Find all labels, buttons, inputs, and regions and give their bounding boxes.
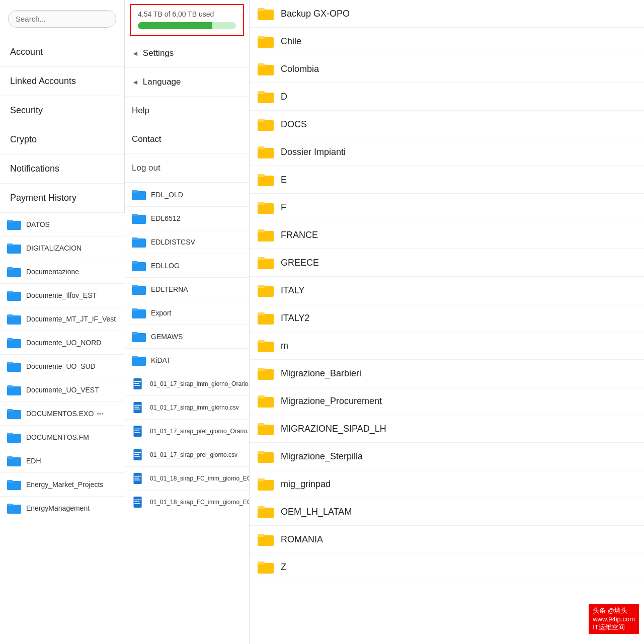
svg-rect-91 xyxy=(258,340,265,343)
list-item[interactable]: E xyxy=(250,166,644,194)
list-item[interactable]: Colombia xyxy=(250,55,644,83)
svg-rect-74 xyxy=(258,120,274,131)
list-item[interactable]: F xyxy=(250,194,644,221)
list-item[interactable]: EDLDISTCSV xyxy=(125,230,249,254)
settings-menu-item-language[interactable]: ◄ Language xyxy=(125,68,249,97)
list-item[interactable]: ROMANIA xyxy=(250,526,644,553)
list-item[interactable]: Export xyxy=(125,301,249,325)
list-item[interactable]: Z xyxy=(250,553,644,581)
list-item[interactable]: MIGRAZIONE_SIPAD_LH xyxy=(250,415,644,443)
list-item[interactable]: EnergyManagement xyxy=(0,497,125,520)
search-input[interactable] xyxy=(8,10,116,28)
svg-rect-73 xyxy=(258,91,265,94)
folder-icon xyxy=(258,284,274,297)
settings-menu-item-help[interactable]: Help xyxy=(125,97,249,125)
svg-rect-23 xyxy=(7,480,13,482)
storage-text: 4.54 TB of 6,00 TB used xyxy=(138,10,236,18)
svg-rect-86 xyxy=(258,286,274,297)
settings-menu-item-settings[interactable]: ◄ Settings xyxy=(125,39,249,68)
svg-rect-5 xyxy=(7,267,13,270)
list-item[interactable]: m xyxy=(250,332,644,360)
svg-rect-99 xyxy=(258,451,265,454)
sidebar-item-notifications[interactable]: Notifications xyxy=(0,154,124,184)
folder-icon xyxy=(258,7,274,20)
svg-rect-102 xyxy=(258,508,274,518)
list-item[interactable]: EDH xyxy=(0,449,125,473)
list-item[interactable]: Documente_UO_NORD xyxy=(0,331,125,355)
folder-icon xyxy=(258,450,274,463)
list-item[interactable]: Backup GX-OPO xyxy=(250,0,644,28)
list-item[interactable]: 01_01_17_sirap_imm_giorno.csv xyxy=(125,396,249,420)
list-item[interactable]: OEM_LH_LATAM xyxy=(250,498,644,526)
folder-icon xyxy=(132,284,146,295)
list-item[interactable]: Documente_UO_SUD xyxy=(0,355,125,378)
svg-rect-64 xyxy=(134,502,139,502)
list-item[interactable]: Migrazione_Sterpilla xyxy=(250,443,644,470)
list-item[interactable]: 01_01_17_sirap_imm_giorno_Orario.csv xyxy=(125,372,249,396)
list-item[interactable]: DOCS xyxy=(250,111,644,138)
more-options-icon[interactable]: ••• xyxy=(97,410,104,418)
list-item[interactable]: Documentazione xyxy=(0,260,125,284)
folder-icon xyxy=(258,339,274,352)
list-item[interactable]: Documente_UO_VEST xyxy=(0,378,125,402)
list-item[interactable]: FRANCE xyxy=(250,221,644,249)
svg-rect-56 xyxy=(134,454,139,455)
list-item[interactable]: 01_01_17_sirap_prel_giorno_Orario.csv xyxy=(125,420,249,443)
storage-info-box: 4.54 TB of 6,00 TB used xyxy=(130,4,244,36)
list-item[interactable]: KiDAT xyxy=(125,349,249,372)
svg-rect-97 xyxy=(258,423,265,426)
list-item[interactable]: 01_01_17_sirap_prel_giorno.csv xyxy=(125,443,249,467)
list-item[interactable]: DOCUMENTOS.EXO ••• xyxy=(0,402,125,426)
sidebar-item-linked-accounts[interactable]: Linked Accounts xyxy=(0,67,124,96)
folder-icon xyxy=(7,455,21,466)
svg-rect-21 xyxy=(7,456,13,459)
svg-rect-65 xyxy=(134,503,140,504)
list-item[interactable]: DOCUMENTOS.FM xyxy=(0,426,125,449)
folder-icon xyxy=(132,260,146,271)
folder-icon xyxy=(258,145,274,158)
sidebar-item-crypto[interactable]: Crypto xyxy=(0,125,124,154)
folder-icon xyxy=(258,201,274,214)
list-item[interactable]: ITALY xyxy=(250,277,644,304)
folder-icon xyxy=(258,505,274,518)
list-item[interactable]: Documente_Ilfov_EST xyxy=(0,284,125,307)
svg-rect-7 xyxy=(7,291,13,293)
sidebar-item-payment-history[interactable]: Payment History xyxy=(0,184,124,213)
list-item[interactable]: Migrazione_Barbieri xyxy=(250,360,644,387)
list-item[interactable]: EDL_OLD xyxy=(125,183,249,207)
folder-icon xyxy=(132,213,146,224)
list-item[interactable]: 01_01_18_sirap_FC_imm_giorno_EGP.csv xyxy=(125,491,249,514)
sidebar-item-account[interactable]: Account xyxy=(0,38,124,67)
list-item[interactable]: Chile xyxy=(250,28,644,55)
list-item[interactable]: GREECE xyxy=(250,249,644,277)
folder-icon xyxy=(258,560,274,574)
list-item[interactable]: DIGITALIZACION xyxy=(0,236,125,260)
list-item[interactable]: Energy_Market_Projects xyxy=(0,473,125,497)
folder-icon xyxy=(258,367,274,380)
list-item[interactable]: mig_grinpad xyxy=(250,470,644,498)
sidebar-item-security[interactable]: Security xyxy=(0,96,124,125)
list-item[interactable]: Migrazione_Procurement xyxy=(250,387,644,415)
svg-rect-61 xyxy=(134,479,140,480)
list-item[interactable]: GEMAWS xyxy=(125,325,249,349)
svg-rect-78 xyxy=(258,176,274,186)
list-item[interactable]: Dossier Impianti xyxy=(250,138,644,166)
settings-menu-item-logout[interactable]: Log out xyxy=(125,154,249,183)
folder-icon xyxy=(258,394,274,408)
list-item[interactable]: EDLTERNA xyxy=(125,278,249,301)
folder-icon xyxy=(7,384,21,395)
settings-menu-item-contact[interactable]: Contact xyxy=(125,125,249,154)
folder-icon xyxy=(258,477,274,491)
svg-rect-60 xyxy=(134,478,139,478)
list-item[interactable]: EDL6512 xyxy=(125,207,249,230)
svg-rect-45 xyxy=(134,385,140,385)
list-item[interactable]: 01_01_18_sirap_FC_imm_giorno_EGP_Orario.… xyxy=(125,467,249,491)
list-item[interactable]: DATOS xyxy=(0,213,125,236)
list-item[interactable]: D xyxy=(250,83,644,111)
list-item[interactable]: ITALY2 xyxy=(250,304,644,332)
svg-rect-88 xyxy=(258,314,274,325)
folder-icon xyxy=(258,118,274,131)
list-item[interactable]: EDLLOG xyxy=(125,254,249,278)
list-item[interactable]: Documente_MT_JT_IF_Vest xyxy=(0,307,125,331)
svg-rect-103 xyxy=(258,506,265,509)
